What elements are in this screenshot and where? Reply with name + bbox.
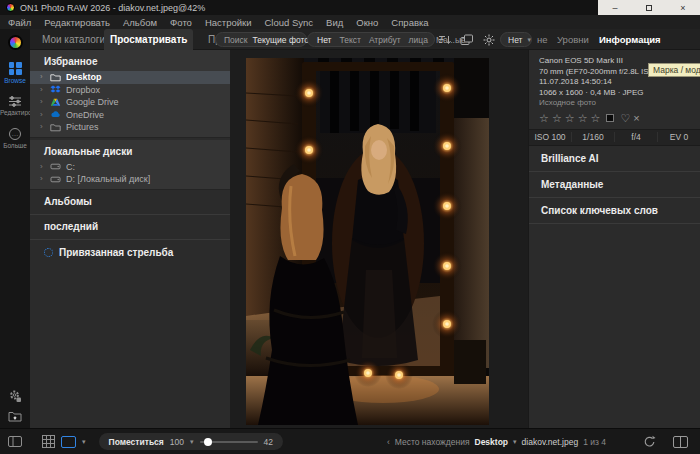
lights-icon[interactable] [482,34,496,46]
compare-panels-icon[interactable] [673,436,688,448]
section-keyword-list[interactable]: Список ключевых слов [529,198,700,224]
chevron-right-icon[interactable]: › [40,163,45,171]
star-icon[interactable]: ☆ [578,113,588,124]
exif-iso: ISO 100 [529,132,572,142]
rail-edit-button[interactable]: Редактировать [0,96,30,116]
tether-icon [44,248,53,257]
sidebar-item-label: OneDrive [66,110,104,120]
menu-album[interactable]: Альбом [123,17,157,28]
tab-levels[interactable]: Уровни [557,29,589,50]
like-heart-icon[interactable]: ♡ [620,113,630,124]
maximize-button[interactable] [632,0,666,15]
tethered-shooting-section[interactable]: Привязанная стрельба [30,240,230,265]
sidebar-item-drive-d[interactable]: › D: [Локальный диск] [30,173,230,186]
source-label: Исходное фото [539,98,690,109]
menu-help[interactable]: Справка [391,17,428,28]
section-metadata[interactable]: Метаданные [529,172,700,198]
share-settings-icon[interactable] [8,389,22,403]
sidebar-item-drive-c[interactable]: › C: [30,161,230,174]
chevron-right-icon[interactable]: › [40,175,45,183]
exif-shutter: 1/160 [572,132,615,142]
sort-icon[interactable] [438,34,452,46]
tab-panel-first[interactable]: не [537,29,548,50]
menu-window[interactable]: Окно [356,17,378,28]
filter-attribute[interactable]: Атрибут [369,35,401,45]
current-filename: diakov.net.jpeg [522,437,579,447]
color-label-swatch[interactable] [606,114,614,122]
rail-more-label: Больше [3,142,27,149]
zoom-slider-knob[interactable] [204,438,212,446]
star-icon[interactable]: ☆ [552,113,562,124]
sidebar-item-pictures[interactable]: › Pictures [30,121,230,134]
menu-settings[interactable]: Настройки [205,17,252,28]
folder-heart-icon[interactable] [8,410,22,422]
search-label: Поиск [224,35,248,45]
location-folder[interactable]: Desktop [475,437,509,447]
stacks-icon[interactable] [460,34,474,46]
star-icon[interactable]: ☆ [539,113,549,124]
albums-section[interactable]: Альбомы [30,190,230,215]
sidebar-item-dropbox[interactable]: › Dropbox [30,84,230,97]
back-chevron-icon[interactable]: ‹ [387,437,390,447]
menu-photo[interactable]: Фото [170,17,192,28]
photo-viewer [230,50,528,428]
sidebar-item-label: D: [Локальный диск] [66,174,150,184]
chevron-right-icon[interactable]: › [40,98,45,106]
module-rail: Browse Редактировать … Больше [0,29,30,428]
close-button[interactable]: × [666,0,700,15]
grid-view-icon[interactable] [42,435,55,448]
sort-dropdown[interactable]: Нет ▾ [500,32,532,47]
menu-view[interactable]: Вид [326,17,343,28]
refresh-icon[interactable] [643,435,656,448]
sidebar-item-onedrive[interactable]: › OneDrive [30,109,230,122]
tab-browse[interactable]: Просматривать [104,29,193,50]
filter-none[interactable]: Нет [317,35,331,45]
recent-section[interactable]: последний [30,215,230,240]
chevron-down-icon[interactable]: ▾ [82,438,86,446]
chevron-right-icon[interactable]: › [40,86,45,94]
filter-segment-control: Нет Текст Атрибут лица Ме...ые [307,32,435,47]
menu-cloud-sync[interactable]: Cloud Sync [265,17,314,28]
filter-text[interactable]: Текст [339,35,360,45]
menu-edit[interactable]: Редактировать [44,17,110,28]
folder-icon [50,73,61,82]
tab-my-catalogs[interactable]: Мои каталоги [36,29,111,50]
dropbox-icon [50,85,61,94]
search-scope-control[interactable]: Поиск Текущие фото ▾ [215,32,307,47]
fit-button[interactable]: Поместиться [109,437,164,447]
exif-aperture: f/4 [615,132,658,142]
local-drives-header: Локальные диски [30,140,230,161]
window-title: ON1 Photo RAW 2026 - diakov.net.jpeg@42% [20,3,205,13]
chevron-right-icon[interactable]: › [40,123,45,131]
favorites-header: Избранное [30,50,230,71]
sidebar-item-desktop[interactable]: › Desktop [30,71,230,84]
chevron-right-icon[interactable]: › [40,73,45,81]
star-icon[interactable]: ☆ [591,113,601,124]
zoom-slider[interactable] [200,441,258,443]
sidebar-item-label: C: [66,162,75,172]
tooltip: Марка / модель [648,63,700,77]
detail-view-icon[interactable] [61,436,76,448]
zoom-preset[interactable]: 100 [170,437,184,447]
star-icon[interactable]: ☆ [565,113,575,124]
google-drive-icon [50,98,61,107]
minimize-button[interactable]: – [598,0,632,15]
photo-preview[interactable] [246,58,489,425]
chevron-right-icon[interactable]: › [40,111,45,119]
chevron-down-icon[interactable]: ▾ [190,438,194,446]
on1-logo-icon [8,35,23,50]
filter-faces[interactable]: лица [409,35,428,45]
tab-info[interactable]: Информация [599,29,661,50]
reject-icon[interactable]: × [633,113,639,124]
rail-more-button[interactable]: … Больше [0,128,30,149]
folder-icon [50,123,61,132]
tethered-label: Привязанная стрельба [59,240,173,265]
section-brilliance-ai[interactable]: Brilliance AI [529,146,700,172]
chevron-down-icon[interactable]: ▾ [513,438,517,446]
menu-file[interactable]: Файл [8,17,31,28]
hard-drive-icon [50,175,61,184]
ratings-row: ☆ ☆ ☆ ☆ ☆ ♡ × [529,111,700,129]
sidebar-toggle-icon[interactable] [8,436,22,447]
sidebar-item-google-drive[interactable]: › Google Drive [30,96,230,109]
rail-browse-button[interactable]: Browse [0,62,30,84]
